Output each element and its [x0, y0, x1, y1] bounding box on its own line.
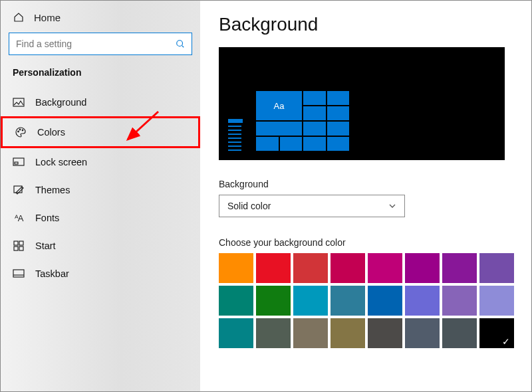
preview-taskbar-items — [228, 119, 241, 151]
svg-rect-8 — [14, 241, 18, 245]
color-swatch[interactable] — [405, 286, 440, 316]
svg-rect-7 — [14, 186, 22, 193]
color-swatch[interactable] — [256, 286, 291, 316]
dropdown-value: Solid color — [227, 201, 271, 211]
search-box[interactable] — [9, 33, 192, 55]
background-dropdown[interactable]: Solid color — [219, 195, 405, 217]
color-swatch[interactable] — [293, 253, 328, 283]
svg-rect-6 — [15, 162, 18, 164]
color-swatch[interactable] — [256, 253, 291, 283]
svg-rect-12 — [13, 270, 24, 277]
sidebar-item-fonts[interactable]: ᴬA Fonts — [1, 204, 200, 232]
section-title: Personalization — [1, 64, 200, 88]
home-nav[interactable]: Home — [1, 7, 200, 33]
choose-color-label: Choose your background color — [219, 237, 513, 248]
sidebar: Home Personalization Background Colors — [1, 1, 200, 391]
svg-point-2 — [18, 131, 19, 132]
desktop-preview: Aa — [219, 47, 505, 160]
lockscreen-icon — [13, 156, 25, 168]
color-swatch[interactable] — [405, 318, 440, 348]
sidebar-item-colors[interactable]: Colors — [1, 116, 200, 148]
svg-rect-10 — [14, 246, 18, 250]
color-grid — [219, 253, 513, 348]
sidebar-item-label: Taskbar — [35, 268, 69, 279]
color-swatch[interactable] — [479, 253, 514, 283]
color-swatch[interactable] — [293, 318, 328, 348]
sidebar-item-label: Background — [35, 97, 86, 108]
svg-point-4 — [22, 130, 23, 131]
color-swatch[interactable] — [331, 318, 365, 348]
sidebar-item-label: Colors — [37, 127, 65, 138]
sidebar-item-themes[interactable]: Themes — [1, 176, 200, 204]
preview-start-tiles: Aa — [256, 91, 349, 151]
taskbar-icon — [13, 268, 25, 280]
picture-icon — [13, 96, 25, 108]
sidebar-item-label: Fonts — [35, 213, 59, 223]
search-icon — [176, 39, 185, 49]
color-swatch[interactable] — [368, 253, 402, 283]
svg-rect-1 — [13, 98, 24, 106]
color-swatch[interactable] — [293, 286, 328, 316]
chevron-down-icon — [388, 202, 396, 210]
color-swatch[interactable] — [442, 253, 477, 283]
svg-rect-9 — [19, 241, 23, 245]
sidebar-item-label: Start — [35, 241, 56, 251]
sidebar-item-label: Lock screen — [35, 157, 87, 167]
color-swatch[interactable] — [442, 318, 477, 348]
svg-point-0 — [177, 41, 183, 47]
main-panel: Background Aa Background Solid color Cho… — [200, 1, 531, 391]
sidebar-item-taskbar[interactable]: Taskbar — [1, 260, 200, 288]
nav-list: Background Colors Lock screen Themes — [1, 88, 200, 288]
home-icon — [13, 11, 25, 23]
home-label: Home — [34, 12, 61, 23]
color-swatch[interactable] — [219, 286, 253, 316]
color-swatch[interactable] — [479, 318, 514, 348]
color-swatch[interactable] — [219, 253, 253, 283]
color-swatch[interactable] — [256, 318, 291, 348]
color-swatch[interactable] — [331, 286, 365, 316]
color-swatch[interactable] — [479, 286, 514, 316]
background-dropdown-label: Background — [219, 179, 513, 189]
color-swatch[interactable] — [331, 253, 365, 283]
page-title: Background — [219, 14, 513, 35]
svg-point-3 — [19, 129, 21, 130]
themes-icon — [13, 184, 25, 196]
sidebar-item-start[interactable]: Start — [1, 232, 200, 260]
fonts-icon: ᴬA — [13, 212, 25, 224]
search-input[interactable] — [16, 39, 176, 49]
color-swatch[interactable] — [368, 318, 402, 348]
preview-tile-main: Aa — [256, 91, 302, 120]
sidebar-item-label: Themes — [35, 185, 70, 195]
svg-rect-11 — [19, 246, 23, 250]
start-icon — [13, 240, 25, 252]
color-swatch[interactable] — [368, 286, 402, 316]
sidebar-item-lockscreen[interactable]: Lock screen — [1, 148, 200, 176]
color-swatch[interactable] — [442, 286, 477, 316]
palette-icon — [15, 126, 27, 138]
sidebar-item-background[interactable]: Background — [1, 88, 200, 116]
color-swatch[interactable] — [219, 318, 253, 348]
color-swatch[interactable] — [405, 253, 440, 283]
